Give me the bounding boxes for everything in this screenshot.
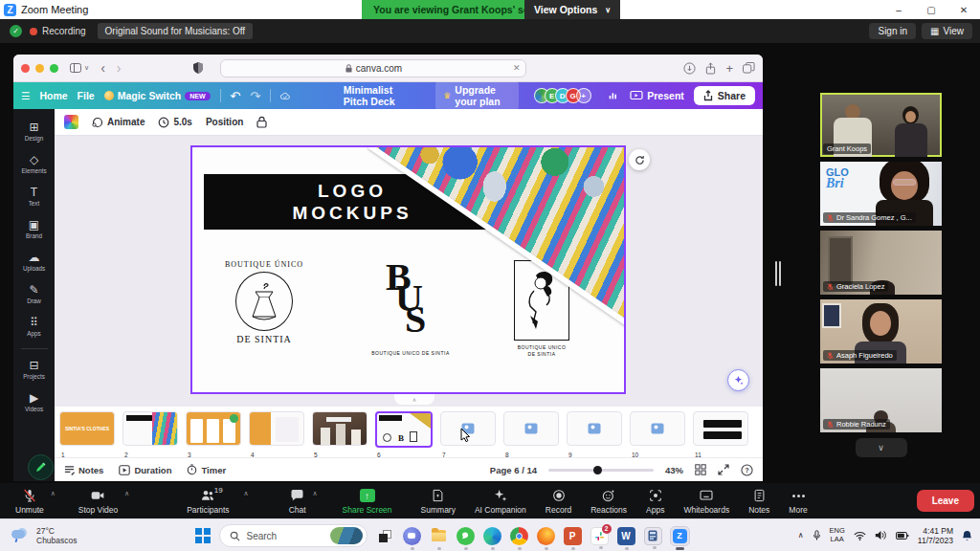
zoom-slider[interactable] [548,469,654,472]
toolbar-chat[interactable]: Chat ∧ [279,486,316,517]
share-button[interactable]: Share [694,86,755,105]
participant-tile-asaph-figueiredo[interactable]: Asaph Figueiredo [820,299,942,364]
background-color-tile[interactable] [64,115,78,129]
slide-thumbnail-8[interactable] [503,411,559,446]
wifi-icon[interactable] [854,531,866,540]
speaker-icon[interactable] [875,530,887,540]
slide-thumb-slot[interactable]: 10 [630,411,685,457]
view-options-button[interactable]: View Options ∨ [524,0,620,19]
edge-icon[interactable] [483,527,501,545]
minimize-button[interactable]: – [882,0,915,19]
slide-thumb-slot[interactable]: 9 [567,411,622,457]
position-button[interactable]: Position [206,117,243,127]
slide-thumbnail-3[interactable] [186,411,241,446]
zoom-app-icon[interactable]: Z [671,527,689,545]
firefox-icon[interactable] [537,527,555,545]
toolbar-reactions[interactable]: Reactions [581,486,636,517]
traffic-light-zoom[interactable] [50,64,58,73]
upgrade-plan-button[interactable]: ♛ Upgrade your plan [435,81,518,110]
sidebar-item-brand[interactable]: ▣Brand [13,214,55,245]
annotation-pencil-button[interactable] [28,454,54,480]
sidebar-item-videos[interactable]: ▶Videos [13,387,55,418]
slide-thumb-slot[interactable]: SINTIA'S CLOTHES 1 [59,411,115,457]
menu-file[interactable]: File [78,90,95,101]
new-tab-icon[interactable]: + [725,61,733,76]
back-button[interactable]: ‹ [100,60,105,76]
address-bar[interactable]: canva.com ✕ [220,59,526,77]
battery-icon[interactable] [896,531,909,540]
sidebar-item-uploads[interactable]: ☁Uploads [13,247,55,277]
toolbar-record[interactable]: Record [536,486,581,517]
logo-bus-monogram[interactable]: B U S BOUTIQUE UNICO DE SINTIA [353,260,468,356]
slide-thumbnail-11[interactable] [693,411,748,446]
participant-tile-robbie-radunz[interactable]: Robbie Radunz [820,368,942,432]
undo-icon[interactable]: ↶ [230,89,240,103]
slack-icon[interactable]: 2 [590,527,609,545]
leave-button[interactable]: Leave [917,490,974,512]
slide-thumb-slot[interactable]: 11 [693,411,748,457]
fullscreen-icon[interactable] [718,464,729,475]
slide-thumbnail-6-selected[interactable]: B [375,411,433,448]
slide-thumb-slot[interactable]: 3 [186,411,241,457]
calculator-icon[interactable] [644,527,662,545]
traffic-light-close[interactable] [21,64,30,73]
help-icon[interactable]: ? [741,464,753,476]
toolbar-stop-video[interactable]: Stop Video ∧ [69,486,127,517]
insights-chart-icon[interactable] [609,90,617,101]
powerpoint-icon[interactable]: P [564,527,582,545]
clock-widget[interactable]: 4:41 PM 11/7/2023 [918,526,953,545]
toolbar-notes[interactable]: Notes [739,486,779,517]
timer-button[interactable]: Timer [187,464,226,475]
privacy-shield-icon[interactable] [193,62,203,74]
slide-canvas[interactable]: LOGO MOCKUPS BOUTIQUE ÚNICO [190,145,626,394]
present-button[interactable]: Present [630,90,684,101]
search-box[interactable]: Search [219,524,368,547]
toolbar-unmute[interactable]: Unmute ∧ [6,486,54,517]
whatsapp-icon[interactable] [457,527,475,545]
participant-tile-graciela-lopez[interactable]: Graciela Lopez [820,231,942,295]
toolbar-participants[interactable]: Participants 19 ∧ [177,486,238,517]
chrome-icon[interactable] [510,527,528,545]
animate-button[interactable]: Animate [92,117,145,128]
toolbar-whiteboards[interactable]: Whiteboards [674,486,739,517]
sidebar-item-draw[interactable]: ✎Draw [13,279,55,310]
slide-thumb-slot[interactable]: 5 [312,411,368,457]
add-collaborator-button[interactable]: + [576,88,591,103]
toolbar-ai-companion[interactable]: AI Companion [465,486,536,517]
duration-button[interactable]: 5.0s [158,117,191,128]
magic-assistant-button[interactable] [727,369,749,391]
file-explorer-icon[interactable] [430,527,448,545]
traffic-light-minimize[interactable] [35,64,44,73]
toolbar-summary[interactable]: Summary [412,486,465,517]
notification-bell-icon[interactable] [962,530,972,541]
toolbar-apps[interactable]: Apps [636,486,674,517]
participant-tile-sandra-gomez[interactable]: GLO Bri Dr Sandra Gomez , G... [820,162,942,226]
panel-resize-handle[interactable] [775,261,781,286]
view-button[interactable]: ▦ View [922,23,972,39]
sidebar-item-apps[interactable]: ⠿Apps [13,312,55,342]
sign-in-button[interactable]: Sign in [869,23,916,39]
collapse-page-tab[interactable]: ∧ [394,394,434,405]
security-shield-icon[interactable]: ✓ [10,25,22,37]
slide-thumbnail-10[interactable] [630,411,685,446]
grid-view-icon[interactable] [695,464,706,475]
lock-icon[interactable] [256,116,267,128]
teams-chat-icon[interactable] [403,527,421,545]
slide-thumb-slot[interactable]: 4 [249,411,304,457]
toolbar-share-screen[interactable]: ↑ Share Screen [333,486,402,517]
clear-url-icon[interactable]: ✕ [513,63,521,73]
chevron-up-icon[interactable]: ∧ [312,490,317,497]
rotate-slide-button[interactable] [629,149,650,170]
chevron-up-icon[interactable]: ∧ [51,490,56,497]
sidebar-item-projects[interactable]: ⊟Projects [13,355,55,386]
slide-thumbnail-2[interactable] [122,411,178,446]
maximize-button[interactable]: ▢ [915,0,947,19]
menu-home[interactable]: Home [39,90,67,101]
slide-thumbnail-1[interactable]: SINTIA'S CLOTHES [59,411,115,446]
slide-thumb-slot[interactable]: 8 [503,411,559,457]
notes-button[interactable]: Notes [64,465,103,475]
word-icon[interactable]: W [617,527,635,545]
original-sound-button[interactable]: Original Sound for Musicians: Off [98,23,254,39]
scroll-participants-button[interactable]: ∨ [856,438,907,457]
sidebar-toggle-icon[interactable]: ∨ [70,63,89,73]
